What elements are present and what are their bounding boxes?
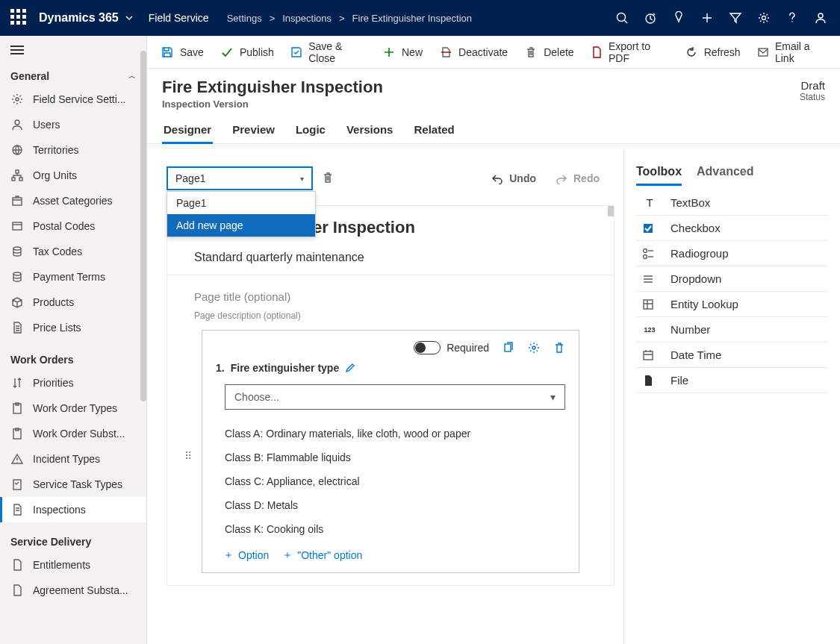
svg-point-6 <box>15 120 19 125</box>
plus-icon[interactable] <box>700 10 715 25</box>
tab-logic[interactable]: Logic <box>294 119 327 143</box>
rtab-advanced[interactable]: Advanced <box>697 162 753 186</box>
option-item[interactable]: Class C: Appliance, electrical <box>225 469 565 493</box>
publish-button[interactable]: Publish <box>220 46 274 59</box>
page-title-input[interactable]: Page title (optional) <box>194 290 587 303</box>
module-label[interactable]: Field Service <box>149 12 209 24</box>
filter-icon[interactable] <box>728 10 743 25</box>
delete-page-button[interactable] <box>322 172 335 185</box>
sidebar-item-label: Tax Codes <box>33 246 82 257</box>
edit-title-icon[interactable] <box>345 363 355 373</box>
sidebar-section-label: Service Delivery <box>10 536 91 548</box>
document-icon <box>10 503 24 516</box>
page-description-input[interactable]: Page description (optional) <box>194 310 587 321</box>
required-toggle[interactable] <box>414 341 441 354</box>
sidebar-item-products[interactable]: Products <box>0 290 146 315</box>
tool-dropdown[interactable]: Dropdown <box>636 266 828 292</box>
redo-button[interactable]: Redo <box>556 172 600 184</box>
sidebar-scrollbar[interactable] <box>140 51 146 401</box>
svg-rect-11 <box>13 198 22 205</box>
settings-gear-icon[interactable] <box>528 342 540 354</box>
sidebar-item-org-units[interactable]: Org Units <box>0 163 146 188</box>
sidebar-item-payment-terms[interactable]: Payment Terms <box>0 264 146 290</box>
settings-gear-icon[interactable] <box>756 10 771 25</box>
timer-icon[interactable] <box>643 10 658 25</box>
tool-radiogroup[interactable]: Radiogroup <box>636 241 828 266</box>
tool-file[interactable]: File <box>636 368 828 393</box>
question-title[interactable]: Fire extinguisher type <box>231 362 339 374</box>
sidebar-item-priorities[interactable]: Priorities <box>0 370 146 396</box>
dropdown-preview[interactable]: Choose...▾ <box>225 384 565 410</box>
user-icon[interactable] <box>813 10 828 25</box>
svg-point-19 <box>16 461 17 462</box>
tab-versions[interactable]: Versions <box>345 119 395 143</box>
email-link-button[interactable]: Email a Link <box>757 40 827 64</box>
sidebar-item-agreement-substa[interactable]: Agreement Substa... <box>0 578 146 603</box>
tool-number[interactable]: 123Number <box>636 317 828 343</box>
sidebar-item-work-order-subst[interactable]: Work Order Subst... <box>0 421 146 446</box>
tool-date-time[interactable]: Date Time <box>636 343 828 368</box>
tab-preview[interactable]: Preview <box>231 119 276 143</box>
lightbulb-icon[interactable] <box>671 10 686 25</box>
sidebar-section-work-orders[interactable]: Work Orders <box>0 348 146 370</box>
status-block: Draft Status <box>800 78 825 110</box>
new-button[interactable]: New <box>382 46 423 59</box>
save-close-button[interactable]: Save & Close <box>290 40 366 64</box>
breadcrumb-item[interactable]: Inspections <box>282 13 332 24</box>
tab-related[interactable]: Related <box>412 119 455 143</box>
sidebar-section-general[interactable]: General︿ <box>0 64 146 87</box>
sidebar-item-territories[interactable]: Territories <box>0 137 146 163</box>
rtab-toolbox[interactable]: Toolbox <box>636 162 682 186</box>
brand-label: Dynamics 365 <box>39 11 119 25</box>
help-icon[interactable] <box>785 10 800 25</box>
sidebar-item-price-lists[interactable]: Price Lists <box>0 315 146 340</box>
sidebar-item-entitlements[interactable]: Entitlements <box>0 552 146 578</box>
drag-handle-icon[interactable]: ⠿ <box>184 450 192 462</box>
option-item[interactable]: Class K: Cooking oils <box>225 517 565 541</box>
page-dropdown-add-new[interactable]: Add new page <box>167 214 315 237</box>
delete-button[interactable]: Delete <box>524 46 573 59</box>
sidebar-item-inspections[interactable]: Inspections <box>0 497 146 522</box>
card-scrollbar[interactable] <box>608 206 614 216</box>
waffle-icon[interactable] <box>10 9 28 27</box>
tool-checkbox[interactable]: Checkbox <box>636 216 828 241</box>
page-select[interactable]: Page1 ▾ Page1 Add new page <box>167 166 313 190</box>
hamburger-icon[interactable] <box>0 36 146 64</box>
breadcrumb-item[interactable]: Fire Extinguisher Inspection <box>352 13 472 24</box>
options-list: Class A: Ordinary materials, like cloth,… <box>225 422 565 541</box>
sidebar-item-tax-codes[interactable]: Tax Codes <box>0 239 146 264</box>
sidebar-item-incident-types[interactable]: Incident Types <box>0 446 146 472</box>
card-description[interactable]: Standard quarterly maintenance <box>194 251 587 264</box>
sidebar-item-work-order-types[interactable]: Work Order Types <box>0 396 146 421</box>
refresh-button[interactable]: Refresh <box>685 46 741 59</box>
svg-rect-12 <box>13 222 22 230</box>
deactivate-button[interactable]: Deactivate <box>439 46 508 59</box>
tab-designer[interactable]: Designer <box>162 119 213 143</box>
breadcrumb-item[interactable]: Settings <box>227 13 262 24</box>
search-icon[interactable] <box>615 10 629 25</box>
sidebar-item-service-task-types[interactable]: Service Task Types <box>0 472 146 497</box>
add-other-option-button[interactable]: ＋"Other" option <box>282 548 362 562</box>
brand-chevron-down-icon[interactable] <box>125 13 134 22</box>
tool-textbox[interactable]: TTextBox <box>636 190 828 216</box>
save-button[interactable]: Save <box>161 46 204 59</box>
svg-point-23 <box>532 346 535 349</box>
sidebar-item-postal-codes[interactable]: Postal Codes <box>0 213 146 239</box>
deactivate-icon <box>439 46 452 59</box>
svg-rect-20 <box>13 480 21 490</box>
add-option-button[interactable]: ＋Option <box>223 548 269 562</box>
page-dropdown-item[interactable]: Page1 <box>167 192 315 214</box>
undo-button[interactable]: Undo <box>491 172 536 184</box>
option-item[interactable]: Class A: Ordinary materials, like cloth,… <box>225 422 565 446</box>
clipboard-icon <box>10 401 24 415</box>
delete-question-icon[interactable] <box>553 342 565 354</box>
export-pdf-button[interactable]: Export to PDF <box>591 40 668 64</box>
tool-entity-lookup[interactable]: Entity Lookup <box>636 292 828 317</box>
copy-icon[interactable] <box>503 342 514 354</box>
sidebar-item-field-service-settings[interactable]: Field Service Setti... <box>0 87 146 112</box>
sidebar-section-service-delivery[interactable]: Service Delivery <box>0 530 146 552</box>
option-item[interactable]: Class D: Metals <box>225 493 565 517</box>
sidebar-item-asset-categories[interactable]: Asset Categories <box>0 188 146 213</box>
option-item[interactable]: Class B: Flammable liquids <box>225 446 565 469</box>
sidebar-item-users[interactable]: Users <box>0 112 146 137</box>
